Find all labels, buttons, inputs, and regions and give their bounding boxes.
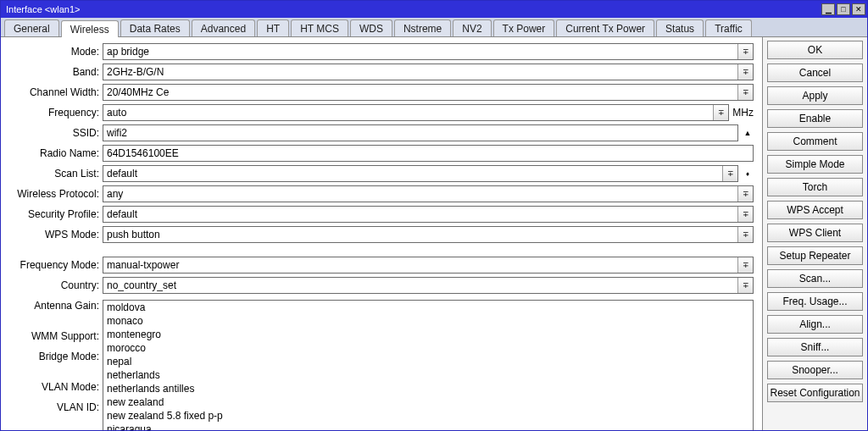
interface-window: Interface <wlan1> ▁ □ ✕ General Wireless…: [0, 0, 868, 431]
tab-nv2[interactable]: NV2: [453, 19, 491, 36]
tab-wds[interactable]: WDS: [350, 19, 392, 36]
snooper-button[interactable]: Snooper...: [767, 361, 863, 379]
close-icon: ✕: [855, 6, 862, 14]
wireless-protocol-label: Wireless Protocol:: [1, 188, 103, 200]
country-option[interactable]: moldova: [103, 301, 753, 314]
mode-value: ap bridge: [103, 44, 737, 59]
tab-current-tx-power[interactable]: Current Tx Power: [556, 19, 654, 36]
wmm-support-label: WMM Support:: [1, 330, 103, 342]
chevron-down-icon[interactable]: ∓: [737, 64, 753, 80]
country-option[interactable]: nepal: [103, 355, 753, 368]
frequency-label: Frequency:: [1, 107, 103, 119]
form-area: Mode: ap bridge ∓ Band: 2GHz-B/G/N ∓: [1, 37, 762, 430]
country-option[interactable]: monaco: [103, 314, 753, 328]
frequency-value: auto: [103, 105, 713, 120]
collapse-up-icon[interactable]: ▲: [742, 124, 754, 141]
ssid-label: SSID:: [1, 127, 103, 139]
scan-list-label: Scan List:: [1, 168, 103, 180]
frequency-mode-label: Frequency Mode:: [1, 259, 103, 271]
channel-width-label: Channel Width:: [1, 86, 103, 98]
scan-list-add-remove[interactable]: ♦: [742, 165, 754, 182]
tab-wireless[interactable]: Wireless: [61, 20, 119, 37]
security-profile-label: Security Profile:: [1, 208, 103, 220]
tab-ht-mcs[interactable]: HT MCS: [291, 19, 348, 36]
chevron-down-icon[interactable]: ∓: [737, 44, 753, 59]
chevron-down-icon[interactable]: ∓: [722, 166, 737, 181]
country-label: Country:: [1, 279, 103, 291]
country-option[interactable]: montenegro: [103, 328, 753, 341]
tab-status[interactable]: Status: [656, 19, 704, 36]
chevron-down-icon[interactable]: ∓: [737, 257, 753, 273]
window-control-buttons: ▁ □ ✕: [821, 3, 865, 15]
frequency-unit: MHz: [732, 104, 754, 121]
chevron-down-icon[interactable]: ∓: [737, 227, 753, 242]
cancel-button[interactable]: Cancel: [767, 64, 863, 82]
torch-button[interactable]: Torch: [767, 178, 863, 196]
scan-button[interactable]: Scan...: [767, 269, 863, 288]
radio-name-input[interactable]: [103, 145, 754, 162]
wireless-protocol-value: any: [103, 186, 737, 202]
scan-list-dropdown[interactable]: default ∓: [103, 165, 738, 182]
sniff-button[interactable]: Sniff...: [767, 338, 863, 356]
wps-mode-dropdown[interactable]: push button ∓: [103, 226, 754, 243]
window-title: Interface <wlan1>: [6, 4, 80, 14]
tab-traffic[interactable]: Traffic: [705, 19, 752, 36]
chevron-down-icon[interactable]: ∓: [713, 105, 728, 120]
wps-client-button[interactable]: WPS Client: [767, 224, 863, 242]
align-button[interactable]: Align...: [767, 315, 863, 334]
mode-dropdown[interactable]: ap bridge ∓: [103, 43, 754, 60]
frequency-dropdown[interactable]: auto ∓: [103, 104, 729, 121]
security-profile-dropdown[interactable]: default ∓: [103, 206, 754, 223]
apply-button[interactable]: Apply: [767, 86, 863, 105]
freq-usage-button[interactable]: Freq. Usage...: [767, 292, 863, 311]
simple-mode-button[interactable]: Simple Mode: [767, 155, 863, 174]
tab-data-rates[interactable]: Data Rates: [120, 19, 190, 36]
wps-mode-value: push button: [103, 227, 737, 242]
country-dropdown[interactable]: no_country_set ∓: [103, 277, 754, 294]
comment-button[interactable]: Comment: [767, 132, 863, 151]
scan-list-value: default: [103, 166, 722, 181]
band-dropdown[interactable]: 2GHz-B/G/N ∓: [103, 64, 754, 80]
minimize-button[interactable]: ▁: [821, 3, 835, 15]
chevron-up-icon: ♦: [746, 171, 749, 177]
tab-ht[interactable]: HT: [257, 19, 289, 36]
security-profile-value: default: [103, 207, 737, 222]
reset-config-button[interactable]: Reset Configuration: [767, 384, 863, 402]
wps-accept-button[interactable]: WPS Accept: [767, 201, 863, 219]
tab-advanced[interactable]: Advanced: [192, 19, 255, 36]
tab-bar: General Wireless Data Rates Advanced HT …: [1, 18, 867, 37]
maximize-button[interactable]: □: [837, 3, 850, 15]
country-option[interactable]: netherlands antilles: [103, 382, 753, 395]
wireless-protocol-dropdown[interactable]: any ∓: [103, 185, 754, 202]
minimize-icon: ▁: [826, 6, 832, 14]
maximize-icon: □: [841, 6, 845, 14]
chevron-down-icon[interactable]: ∓: [737, 278, 753, 293]
chevron-down-icon[interactable]: ∓: [737, 186, 753, 202]
tab-general[interactable]: General: [4, 19, 59, 36]
enable-button[interactable]: Enable: [767, 109, 863, 128]
country-option[interactable]: morocco: [103, 341, 753, 355]
band-value: 2GHz-B/G/N: [103, 64, 737, 80]
tab-nstreme[interactable]: Nstreme: [394, 19, 451, 36]
titlebar: Interface <wlan1> ▁ □ ✕: [1, 1, 867, 18]
country-value: no_country_set: [103, 278, 737, 293]
country-dropdown-list[interactable]: moldovamonacomontenegromorocconepalnethe…: [103, 300, 754, 430]
channel-width-dropdown[interactable]: 20/40MHz Ce ∓: [103, 84, 754, 101]
ssid-input[interactable]: [103, 124, 738, 141]
country-option[interactable]: new zealand: [103, 395, 753, 409]
bridge-mode-label: Bridge Mode:: [1, 351, 103, 362]
close-button[interactable]: ✕: [852, 3, 865, 15]
wps-mode-label: WPS Mode:: [1, 229, 103, 240]
radio-name-label: Radio Name:: [1, 147, 103, 159]
antenna-gain-label: Antenna Gain:: [1, 300, 103, 312]
ok-button[interactable]: OK: [767, 41, 863, 59]
country-option[interactable]: nicaragua: [103, 423, 753, 430]
setup-repeater-button[interactable]: Setup Repeater: [767, 246, 863, 265]
country-option[interactable]: new zealand 5.8 fixed p-p: [103, 409, 753, 423]
country-option[interactable]: netherlands: [103, 368, 753, 382]
chevron-down-icon[interactable]: ∓: [737, 85, 753, 100]
tab-tx-power[interactable]: Tx Power: [493, 19, 555, 36]
frequency-mode-dropdown[interactable]: manual-txpower ∓: [103, 257, 754, 274]
vlan-mode-label: VLAN Mode:: [1, 381, 103, 393]
chevron-down-icon[interactable]: ∓: [737, 207, 753, 222]
